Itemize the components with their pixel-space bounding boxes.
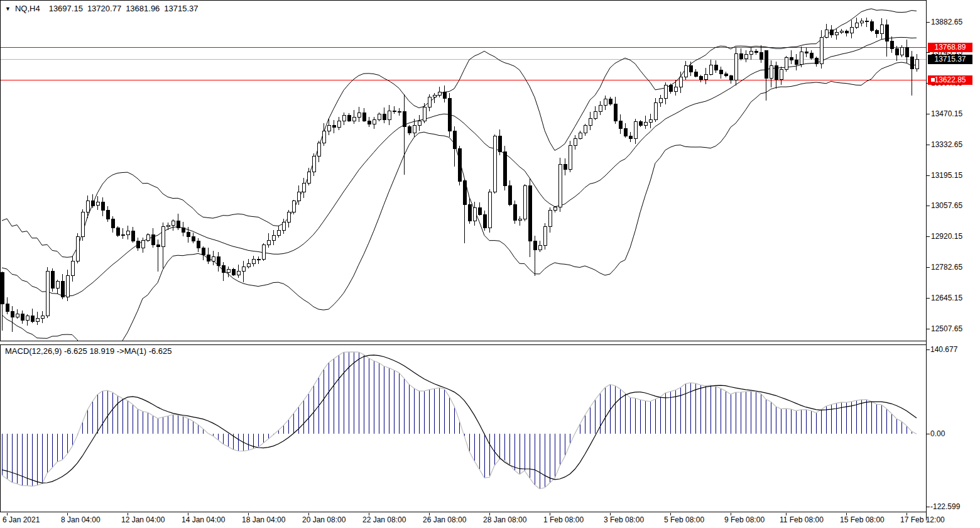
time-axis-label: 22 Jan 08:00	[362, 515, 406, 525]
time-axis-label: 17 Feb 12:00	[900, 515, 945, 525]
macd-pane	[2, 352, 917, 489]
time-axis-label: 1 Feb 08:00	[543, 515, 584, 525]
price-tick-label: 12645.15	[931, 294, 962, 303]
chart-canvas[interactable]	[0, 0, 980, 528]
time-axis-label: 26 Jan 08:00	[423, 515, 466, 525]
low-value: 13681.96	[126, 4, 160, 13]
time-axis-label: 11 Feb 08:00	[780, 515, 824, 525]
time-axis-label: 9 Feb 08:00	[724, 515, 765, 525]
price-tick-label: 12782.65	[931, 263, 962, 272]
close-value: 13715.37	[164, 4, 198, 13]
macd-tick-label: -122.599	[930, 502, 960, 512]
price-tick-label: 13195.15	[931, 171, 962, 180]
price-tick-label: 12920.15	[931, 232, 962, 241]
time-axis-label: 8 Jan 04:00	[61, 515, 101, 525]
time-axis-label: 12 Jan 04:00	[121, 515, 165, 525]
price-tick-label: 13332.65	[931, 140, 962, 150]
price-tick-label: 13470.15	[931, 109, 962, 119]
open-value: 13697.15	[49, 4, 83, 13]
time-axis-label: 5 Feb 08:00	[664, 515, 704, 525]
price-tick-label: 13057.65	[931, 201, 962, 211]
price-pane	[1, 9, 926, 364]
symbol-dropdown-icon[interactable]: ▼	[5, 6, 11, 12]
time-axis-label: 14 Jan 04:00	[182, 515, 225, 525]
current-price-badge: 13715.37	[928, 55, 972, 64]
resistance-price-badge: 13768.89	[928, 43, 972, 52]
symbol-period-label: NQ,H4	[15, 4, 40, 13]
price-tick-label: 12507.65	[931, 324, 962, 334]
time-axis-label: 20 Jan 08:00	[302, 515, 346, 525]
macd-tick-label: 140.677	[930, 345, 957, 355]
hline-anchor-marker[interactable]	[930, 77, 935, 82]
time-axis-label: 18 Jan 04:00	[242, 515, 285, 525]
time-axis-label: 28 Jan 08:00	[483, 515, 526, 525]
mt4-chart-window: 13882.6513745.1513607.6513470.1513332.65…	[0, 0, 980, 528]
time-axis-label: 15 Feb 08:00	[840, 515, 885, 525]
time-axis-label: 3 Feb 08:00	[604, 515, 644, 525]
time-axis-label: 6 Jan 2021	[3, 515, 40, 525]
chart-ohlc-header: ▼NQ,H413697.1513720.7713681.9613715.37	[5, 4, 203, 13]
high-value: 13720.77	[87, 4, 121, 13]
macd-tick-label: 0.00	[930, 429, 945, 439]
price-tick-label: 13882.65	[931, 18, 962, 27]
macd-indicator-label: MACD(12,26,9) -6.625 18.919 ->MA(1) -6.6…	[5, 346, 172, 356]
